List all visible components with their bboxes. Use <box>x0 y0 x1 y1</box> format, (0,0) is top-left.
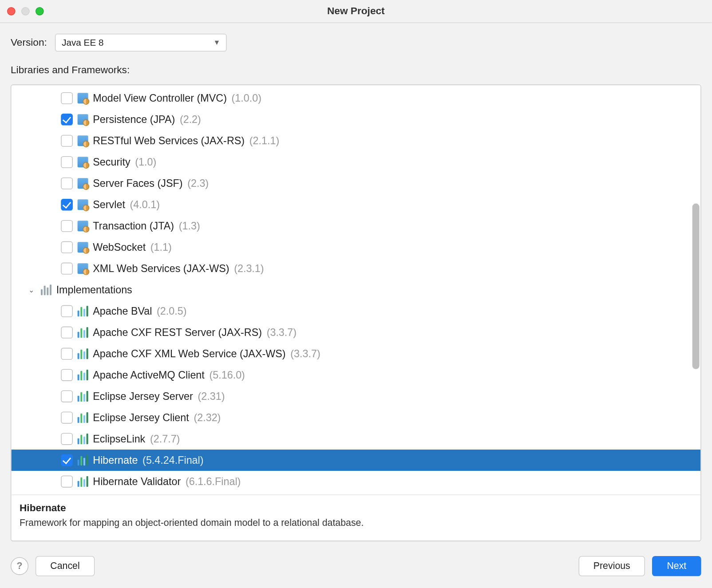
library-name: Apache CXF XML Web Service (JAX-WS) <box>93 348 285 360</box>
help-button[interactable]: ? <box>11 557 28 575</box>
library-row[interactable]: Server Faces (JSF) (2.3) <box>11 173 700 194</box>
cancel-button[interactable]: Cancel <box>36 556 95 576</box>
library-bars-icon <box>78 413 88 423</box>
spec-file-icon <box>78 157 88 168</box>
library-version: (2.3.1) <box>234 263 264 275</box>
library-bars-icon <box>78 477 88 487</box>
library-row[interactable]: Persistence (JPA) (2.2) <box>11 109 700 130</box>
checkbox[interactable] <box>61 114 73 126</box>
spec-file-icon <box>78 114 88 125</box>
library-bars-icon <box>78 349 88 359</box>
library-name: Hibernate Validator <box>93 476 181 488</box>
library-name: Servlet <box>93 199 125 211</box>
checkbox[interactable] <box>61 93 73 105</box>
checkbox[interactable] <box>61 327 73 339</box>
chevron-down-icon: ▼ <box>214 39 221 47</box>
checkbox[interactable] <box>61 348 73 360</box>
checkbox[interactable] <box>61 199 73 211</box>
library-version: (6.1.6.Final) <box>186 476 241 488</box>
library-bars-icon <box>78 434 88 445</box>
checkbox[interactable] <box>61 433 73 445</box>
version-label: Version: <box>11 37 47 49</box>
library-version: (1.0) <box>135 156 156 169</box>
library-row[interactable]: Apache BVal (2.0.5) <box>11 301 700 322</box>
library-version: (2.0.5) <box>157 305 186 318</box>
library-row[interactable]: Eclipse Jersey Client (2.32) <box>11 407 700 429</box>
library-name: Model View Controller (MVC) <box>93 92 227 105</box>
library-row[interactable]: Servlet (4.0.1) <box>11 194 700 216</box>
minimize-window-button[interactable] <box>21 7 30 16</box>
chevron-down-icon[interactable]: ⌄ <box>27 286 36 294</box>
library-row[interactable]: Apache ActiveMQ Client (5.16.0) <box>11 365 700 386</box>
dialog-body: Version: Java EE 8 ▼ Libraries and Frame… <box>0 24 712 552</box>
library-version: (2.1.1) <box>249 135 279 147</box>
library-row[interactable]: WebSocket (1.1) <box>11 237 700 258</box>
library-version: (1.1) <box>150 241 172 254</box>
library-version: (3.3.7) <box>267 327 297 339</box>
checkbox[interactable] <box>61 157 73 169</box>
spec-file-icon <box>78 221 88 232</box>
library-row[interactable]: EclipseLink (2.7.7) <box>11 429 700 450</box>
spec-file-icon <box>78 93 88 104</box>
library-name: Eclipse Jersey Client <box>93 412 189 424</box>
library-name: Eclipse Jersey Server <box>93 391 193 403</box>
checkbox[interactable] <box>61 412 73 424</box>
spec-file-icon <box>78 136 88 146</box>
version-select[interactable]: Java EE 8 ▼ <box>55 34 227 52</box>
libraries-list-panel: Model View Controller (MVC) (1.0.0)Persi… <box>11 85 701 541</box>
library-name: Hibernate <box>93 454 138 467</box>
spec-file-icon <box>78 178 88 189</box>
library-version: (2.7.7) <box>150 433 180 446</box>
next-button[interactable]: Next <box>652 556 701 576</box>
checkbox[interactable] <box>61 305 73 317</box>
library-version: (2.3) <box>187 178 209 190</box>
library-row[interactable]: Apache CXF REST Server (JAX-RS) (3.3.7) <box>11 322 700 343</box>
implementations-group-row[interactable]: ⌄Implementations <box>11 280 700 301</box>
checkbox[interactable] <box>61 391 73 403</box>
implementations-group-label: Implementations <box>56 284 132 296</box>
spec-file-icon <box>78 242 88 253</box>
library-name: Transaction (JTA) <box>93 220 174 233</box>
library-version: (5.4.24.Final) <box>142 454 203 467</box>
new-project-dialog: New Project Version: Java EE 8 ▼ Librari… <box>0 0 712 588</box>
library-bars-icon <box>78 328 88 338</box>
checkbox[interactable] <box>61 241 73 253</box>
library-row[interactable]: Model View Controller (MVC) (1.0.0) <box>11 88 700 109</box>
library-version: (1.3) <box>179 220 200 233</box>
library-row[interactable]: Eclipse Jersey Server (2.31) <box>11 386 700 407</box>
previous-button[interactable]: Previous <box>578 556 645 576</box>
dialog-footer: ? Cancel Previous Next <box>0 552 712 588</box>
library-version: (2.31) <box>198 391 225 403</box>
library-row[interactable]: RESTful Web Services (JAX-RS) (2.1.1) <box>11 130 700 152</box>
checkbox[interactable] <box>61 476 73 488</box>
library-row[interactable]: XML Web Services (JAX-WS) (2.3.1) <box>11 258 700 280</box>
library-version: (4.0.1) <box>130 199 160 211</box>
libraries-tree[interactable]: Model View Controller (MVC) (1.0.0)Persi… <box>11 86 700 495</box>
library-row[interactable]: Security (1.0) <box>11 152 700 173</box>
checkbox[interactable] <box>61 135 73 147</box>
library-version: (2.32) <box>194 412 221 424</box>
window-title: New Project <box>0 5 712 17</box>
spec-file-icon <box>78 200 88 210</box>
library-version: (3.3.7) <box>290 348 320 360</box>
window-controls <box>7 7 44 16</box>
zoom-window-button[interactable] <box>36 7 44 16</box>
library-row[interactable]: Hibernate Validator (6.1.6.Final) <box>11 471 700 493</box>
checkbox[interactable] <box>61 178 73 190</box>
library-bars-icon <box>78 455 88 466</box>
scrollbar-thumb[interactable] <box>692 204 700 369</box>
library-row[interactable]: Transaction (JTA) (1.3) <box>11 216 700 237</box>
library-row[interactable]: Hibernate (5.4.24.Final) <box>11 450 700 471</box>
checkbox[interactable] <box>61 454 73 466</box>
checkbox[interactable] <box>61 263 73 275</box>
close-window-button[interactable] <box>7 7 16 16</box>
checkbox[interactable] <box>61 369 73 381</box>
titlebar: New Project <box>0 0 712 24</box>
libraries-frameworks-label: Libraries and Frameworks: <box>11 65 701 77</box>
library-version: (5.16.0) <box>209 369 245 382</box>
description-panel: Hibernate Framework for mapping an objec… <box>11 495 700 541</box>
library-row[interactable]: Apache CXF XML Web Service (JAX-WS) (3.3… <box>11 343 700 365</box>
checkbox[interactable] <box>61 221 73 233</box>
library-bars-icon <box>78 370 88 381</box>
library-bars-icon <box>78 391 88 402</box>
